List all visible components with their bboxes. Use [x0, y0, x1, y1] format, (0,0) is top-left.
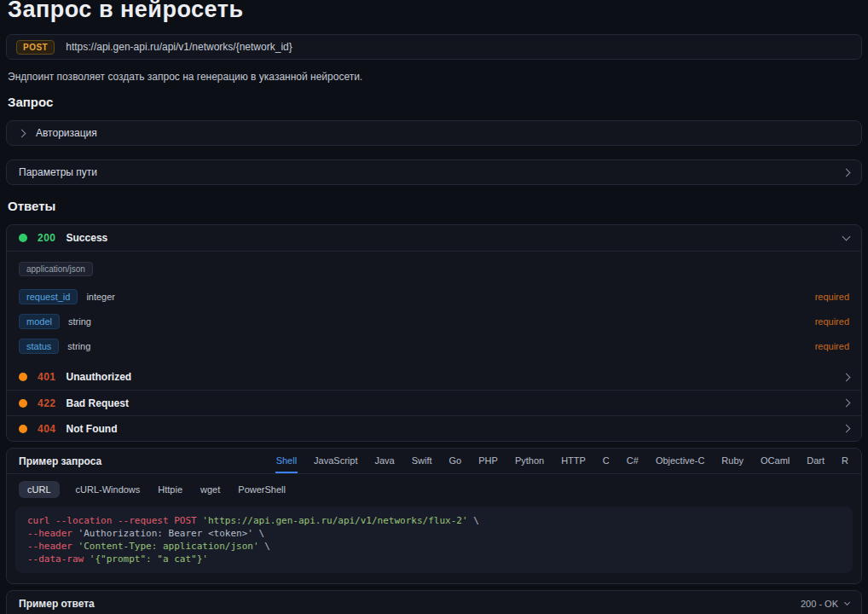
code-line: --header 'Content-Type: application/json…: [27, 540, 841, 553]
request-example-header: Пример запроса ShellJavaScriptJavaSwiftG…: [7, 449, 861, 474]
lang-tab-python[interactable]: Python: [514, 449, 545, 473]
responses-section-title: Ответы: [6, 199, 862, 213]
endpoint-description: Эндпоинт позволяет создать запрос на ген…: [6, 71, 862, 83]
lang-tab-shell[interactable]: Shell: [275, 449, 298, 473]
field-type: string: [67, 341, 90, 351]
path-params-label: Параметры пути: [19, 166, 97, 178]
lang-tab-swift[interactable]: Swift: [411, 449, 433, 473]
response-example-title: Пример ответа: [19, 598, 95, 610]
chevron-down-icon: [844, 600, 850, 605]
request-example-title: Пример запроса: [19, 455, 101, 467]
response-200-header[interactable]: 200 Success: [7, 225, 861, 251]
chevron-down-icon: [842, 233, 851, 241]
lang-tab-objective-c[interactable]: Objective-C: [655, 449, 705, 473]
path-params-panel[interactable]: Параметры пути: [6, 159, 862, 185]
lang-tab-ruby[interactable]: Ruby: [720, 449, 744, 473]
request-section-title: Запрос: [6, 95, 862, 109]
lang-tab-c[interactable]: C: [602, 449, 610, 473]
required-badge: required: [815, 341, 849, 351]
auth-panel[interactable]: Авторизация: [6, 120, 862, 146]
lang-tab-r[interactable]: R: [841, 449, 849, 473]
lang-tab-dart[interactable]: Dart: [806, 449, 825, 473]
code-line: curl --location --request POST 'https://…: [27, 514, 841, 527]
lang-tab-http[interactable]: HTTP: [560, 449, 587, 473]
response-422-header[interactable]: 422Bad Request: [7, 390, 861, 415]
response-field-row: modelstringrequired: [19, 314, 849, 329]
field-name-badge: status: [19, 339, 59, 354]
error-responses-list: 401Unauthorized422Bad Request404Not Foun…: [7, 364, 861, 441]
chevron-right-icon: [842, 168, 851, 177]
request-example-panel: Пример запроса ShellJavaScriptJavaSwiftG…: [6, 448, 862, 584]
required-badge: required: [815, 316, 849, 327]
response-status-select[interactable]: 200 - OK: [801, 599, 849, 609]
language-tabs: ShellJavaScriptJavaSwiftGoPHPPythonHTTPC…: [275, 449, 849, 473]
field-name-badge: model: [19, 314, 60, 329]
field-name-badge: request_id: [19, 289, 78, 304]
code-line: --header 'Authorization: Bearer <token>'…: [27, 527, 841, 540]
response-label: Success: [67, 232, 108, 244]
variant-tab-powershell[interactable]: PowerShell: [236, 481, 287, 498]
response-code: 404: [38, 423, 56, 435]
chevron-right-icon: [842, 373, 851, 381]
variant-tab-wget[interactable]: wget: [199, 481, 222, 498]
response-label: Bad Request: [67, 397, 129, 409]
chevron-right-icon: [842, 399, 851, 408]
lang-tab-go[interactable]: Go: [448, 449, 463, 473]
response-fields-list: request_idintegerrequiredmodelstringrequ…: [19, 289, 849, 354]
code-line: --data-raw '{"prompt": "a cat"}': [27, 553, 841, 565]
success-status-dot: [19, 234, 27, 242]
response-status-label: 200 - OK: [801, 599, 838, 609]
field-type: string: [68, 316, 91, 327]
endpoint-url: https://api.gen-api.ru/api/v1/networks/{…: [66, 41, 292, 53]
response-label: Not Found: [67, 423, 118, 435]
lang-tab-ocaml[interactable]: OCaml: [760, 449, 790, 473]
response-200-body: application/json request_idintegerrequir…: [7, 251, 861, 364]
api-doc-page: Запрос в нейросеть POST https://api.gen-…: [0, 0, 868, 614]
response-field-row: request_idintegerrequired: [19, 289, 849, 304]
endpoint-bar: POST https://api.gen-api.ru/api/v1/netwo…: [6, 34, 862, 60]
response-code: 401: [38, 371, 56, 383]
response-401-header[interactable]: 401Unauthorized: [7, 364, 861, 390]
content-type-badge: application/json: [19, 262, 93, 276]
http-method-badge: POST: [16, 40, 55, 55]
lang-tab-php[interactable]: PHP: [477, 449, 499, 473]
chevron-right-icon: [842, 425, 851, 433]
variant-tabs: cURLcURL-WindowsHttpiewgetPowerShell: [7, 474, 861, 503]
response-404-header[interactable]: 404Not Found: [7, 415, 861, 441]
response-example-panel: Пример ответа 200 - OK { "request_id": 1…: [6, 590, 862, 614]
page-title: Запрос в нейросеть: [6, 0, 862, 23]
variant-tab-curl-windows[interactable]: cURL-Windows: [74, 481, 142, 498]
lang-tab-c-sharp[interactable]: C#: [626, 449, 639, 473]
error-status-dot: [19, 425, 27, 433]
response-code: 200: [38, 232, 56, 244]
variant-tab-curl[interactable]: cURL: [19, 481, 60, 498]
auth-panel-label: Авторизация: [36, 127, 97, 139]
response-example-header: Пример ответа 200 - OK: [7, 591, 861, 614]
response-field-row: statusstringrequired: [19, 339, 849, 354]
responses-panel: 200 Success application/json request_idi…: [6, 224, 862, 442]
response-label: Unauthorized: [67, 371, 132, 383]
variant-tab-httpie[interactable]: Httpie: [156, 481, 184, 498]
error-status-dot: [19, 373, 27, 381]
required-badge: required: [815, 292, 849, 302]
field-type: integer: [86, 292, 115, 302]
response-code: 422: [38, 397, 56, 409]
chevron-right-icon: [18, 129, 26, 137]
lang-tab-javascript[interactable]: JavaScript: [313, 449, 358, 473]
error-status-dot: [19, 399, 27, 408]
request-code-block: curl --location --request POST 'https://…: [15, 507, 853, 573]
lang-tab-java[interactable]: Java: [373, 449, 395, 473]
